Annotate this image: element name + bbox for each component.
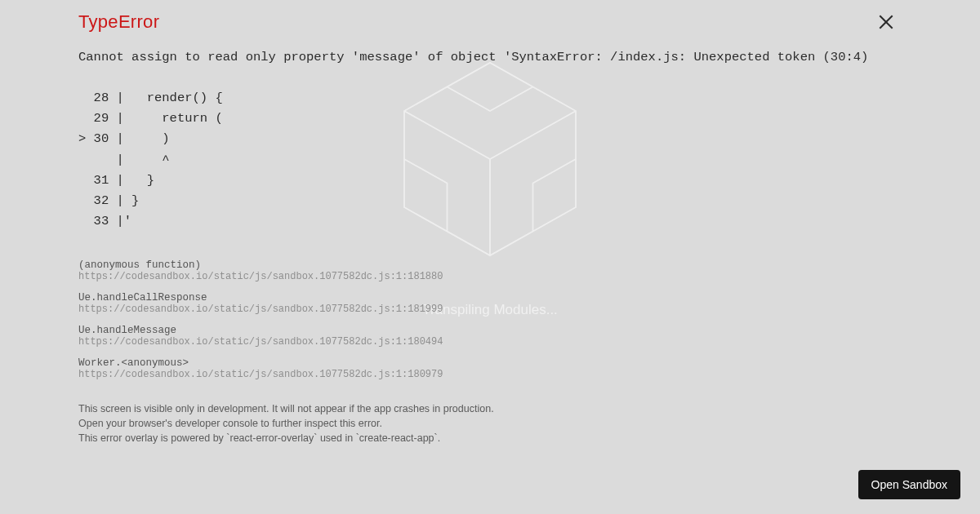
stack-frame: (anonymous function) https://codesandbox… xyxy=(78,259,902,282)
footer-note: Open your browser's developer console to… xyxy=(78,416,902,431)
close-icon[interactable] xyxy=(879,15,893,29)
footer-note: This error overlay is powered by `react-… xyxy=(78,431,902,445)
stack-frame-fn: Ue.handleCallResponse xyxy=(78,292,902,304)
stack-frame-loc: https://codesandbox.io/static/js/sandbox… xyxy=(78,304,902,315)
error-overlay: TypeError Cannot assign to read only pro… xyxy=(0,0,980,514)
error-title: TypeError xyxy=(78,11,902,33)
stack-frame-fn: (anonymous function) xyxy=(78,259,902,271)
error-message: Cannot assign to read only property 'mes… xyxy=(78,47,902,232)
stack-frame: Worker.<anonymous> https://codesandbox.i… xyxy=(78,357,902,380)
stack-frame-loc: https://codesandbox.io/static/js/sandbox… xyxy=(78,369,902,380)
stack-frame: Ue.handleCallResponse https://codesandbo… xyxy=(78,292,902,315)
stack-frame-fn: Ue.handleMessage xyxy=(78,325,902,336)
stack-trace: (anonymous function) https://codesandbox… xyxy=(78,259,902,380)
footer-notes: This screen is visible only in developme… xyxy=(78,401,902,445)
open-sandbox-button[interactable]: Open Sandbox xyxy=(858,470,960,499)
stack-frame-fn: Worker.<anonymous> xyxy=(78,357,902,369)
stack-frame-loc: https://codesandbox.io/static/js/sandbox… xyxy=(78,271,902,282)
stack-frame-loc: https://codesandbox.io/static/js/sandbox… xyxy=(78,336,902,348)
stack-frame: Ue.handleMessage https://codesandbox.io/… xyxy=(78,325,902,348)
footer-note: This screen is visible only in developme… xyxy=(78,401,902,416)
